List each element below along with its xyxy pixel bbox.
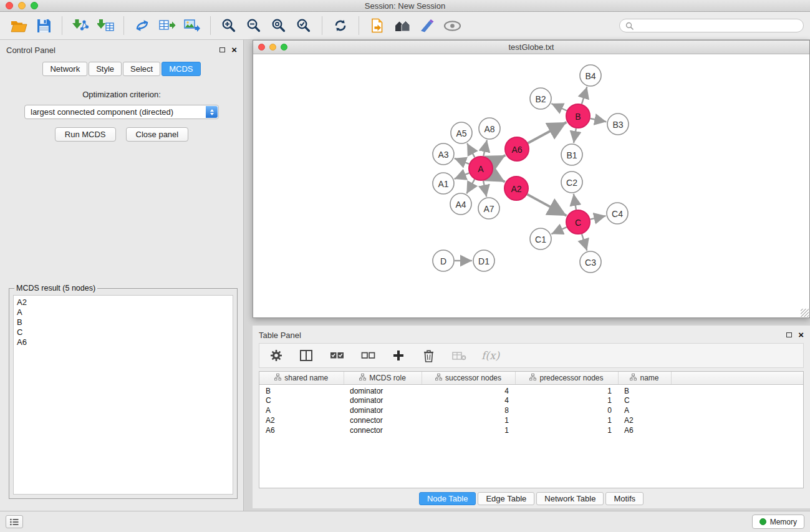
- delete-table-button[interactable]: [450, 347, 468, 364]
- network-node-B4[interactable]: B4: [580, 65, 601, 86]
- network-edge-A-A7[interactable]: [483, 181, 486, 197]
- table-cell[interactable]: 1: [515, 415, 618, 425]
- network-node-A2[interactable]: A2: [504, 177, 528, 200]
- network-node-A4[interactable]: A4: [450, 193, 471, 215]
- network-edge-A-A5[interactable]: [467, 143, 475, 158]
- network-node-A6[interactable]: A6: [505, 137, 529, 161]
- network-edge-C-C3[interactable]: [582, 234, 587, 251]
- network-edge-A-A4[interactable]: [466, 179, 475, 193]
- mcds-result-item[interactable]: A6: [17, 337, 229, 347]
- float-panel-icon[interactable]: [786, 332, 792, 337]
- network-edge-B-B2[interactable]: [551, 104, 567, 111]
- table-cell[interactable]: dominator: [344, 384, 422, 395]
- column-header-successor-nodes[interactable]: successor nodes: [422, 372, 515, 384]
- table-cell[interactable]: 1: [422, 415, 515, 425]
- table-cell[interactable]: A6: [618, 425, 671, 435]
- mcds-result-item[interactable]: A: [17, 307, 229, 317]
- apply-style-button[interactable]: [417, 15, 438, 36]
- show-columns-button[interactable]: [298, 347, 314, 364]
- table-cell[interactable]: 0: [515, 405, 618, 415]
- network-edge-A2-C[interactable]: [528, 195, 567, 216]
- table-cell[interactable]: A: [259, 405, 344, 415]
- network-node-A5[interactable]: A5: [451, 122, 472, 143]
- close-panel-icon[interactable]: ×: [231, 46, 237, 54]
- network-node-B2[interactable]: B2: [530, 88, 551, 109]
- network-edge-B-B3[interactable]: [591, 118, 607, 122]
- mcds-result-item[interactable]: B: [17, 317, 229, 327]
- run-mcds-button[interactable]: Run MCDS: [55, 127, 116, 142]
- column-header-shared-name[interactable]: shared name: [259, 372, 344, 384]
- table-cell[interactable]: connector: [344, 425, 422, 435]
- network-node-D[interactable]: D: [433, 250, 454, 271]
- select-all-button[interactable]: [328, 347, 345, 364]
- open-session-file-button[interactable]: [367, 15, 388, 36]
- add-column-button[interactable]: [390, 347, 407, 364]
- table-cell[interactable]: dominator: [344, 395, 422, 405]
- table-cell[interactable]: connector: [344, 415, 422, 425]
- column-header-MCDS-role[interactable]: MCDS role: [344, 372, 422, 384]
- minimize-window-button[interactable]: [18, 2, 26, 9]
- table-row[interactable]: Adominator80A: [259, 405, 803, 415]
- network-edge-B-B1[interactable]: [574, 128, 576, 143]
- table-cell[interactable]: A2: [259, 415, 344, 425]
- memory-button[interactable]: Memory: [752, 515, 804, 529]
- table-cell[interactable]: 1: [515, 425, 618, 435]
- network-graph[interactable]: AA1A2A3A4A5A6A7A8BB1B2B3B4CC1C2C3C4DD1: [253, 54, 809, 317]
- table-row[interactable]: Bdominator41B: [259, 384, 803, 395]
- task-history-button[interactable]: [6, 515, 23, 528]
- table-cell[interactable]: A: [618, 405, 671, 415]
- network-zoom-button[interactable]: [281, 44, 287, 51]
- table-cell[interactable]: B: [618, 384, 671, 395]
- network-minimize-button[interactable]: [269, 44, 276, 51]
- network-node-B1[interactable]: B1: [561, 144, 582, 165]
- table-cell[interactable]: A6: [259, 425, 344, 435]
- network-edge-C-C4[interactable]: [591, 216, 606, 220]
- control-tab-select[interactable]: Select: [123, 62, 160, 76]
- network-edge-C-C2[interactable]: [574, 194, 576, 210]
- mcds-result-item[interactable]: A2: [17, 297, 229, 307]
- table-cell[interactable]: 1: [422, 425, 515, 435]
- table-cell[interactable]: dominator: [344, 405, 422, 415]
- delete-column-button[interactable]: [420, 347, 436, 364]
- network-node-B3[interactable]: B3: [607, 114, 629, 135]
- resize-handle[interactable]: [801, 309, 809, 317]
- network-edge-A-A6[interactable]: [492, 155, 506, 163]
- table-cell[interactable]: C: [618, 395, 671, 405]
- search-box[interactable]: [619, 19, 804, 32]
- network-node-D1[interactable]: D1: [473, 250, 494, 271]
- network-node-B[interactable]: B: [566, 104, 590, 128]
- show-hide-panels-button[interactable]: [441, 15, 463, 36]
- network-node-A1[interactable]: A1: [433, 173, 454, 194]
- network-edge-C-C1[interactable]: [551, 227, 567, 234]
- network-window-titlebar[interactable]: testGlobe.txt: [253, 41, 809, 54]
- table-settings-button[interactable]: [268, 347, 284, 364]
- zoom-out-button[interactable]: [243, 15, 264, 36]
- zoom-selected-button[interactable]: [293, 15, 314, 36]
- refresh-view-button[interactable]: [330, 15, 351, 36]
- network-edge-A-A8[interactable]: [483, 140, 487, 157]
- network-edge-A6-B[interactable]: [528, 122, 567, 143]
- column-header-name[interactable]: name: [618, 372, 671, 384]
- network-node-A7[interactable]: A7: [478, 198, 499, 219]
- table-cell[interactable]: 1: [515, 384, 618, 395]
- mcds-result-item[interactable]: C: [17, 327, 229, 337]
- network-node-A[interactable]: A: [469, 157, 493, 180]
- table-row[interactable]: A6connector11A6: [259, 425, 803, 435]
- network-edge-A-A3[interactable]: [455, 158, 470, 164]
- network-canvas[interactable]: AA1A2A3A4A5A6A7A8BB1B2B3B4CC1C2C3C4DD1: [253, 54, 809, 317]
- network-node-A3[interactable]: A3: [433, 143, 454, 165]
- export-image-button[interactable]: [181, 15, 203, 36]
- table-cell[interactable]: 4: [422, 384, 515, 395]
- network-node-C[interactable]: C: [566, 210, 590, 234]
- open-folder-button[interactable]: [8, 15, 29, 36]
- table-cell[interactable]: B: [259, 384, 344, 395]
- close-window-button[interactable]: [6, 2, 13, 9]
- network-home-button[interactable]: [392, 15, 413, 36]
- column-header-predecessor-nodes[interactable]: predecessor nodes: [515, 372, 618, 384]
- zoom-in-button[interactable]: [218, 15, 239, 36]
- network-edge-A-A1[interactable]: [455, 173, 470, 179]
- mcds-result-list[interactable]: A2ABCA6: [13, 295, 233, 495]
- zoom-fit-button[interactable]: [268, 15, 289, 36]
- network-node-C1[interactable]: C1: [530, 228, 551, 249]
- table-tab-motifs[interactable]: Motifs: [605, 492, 644, 505]
